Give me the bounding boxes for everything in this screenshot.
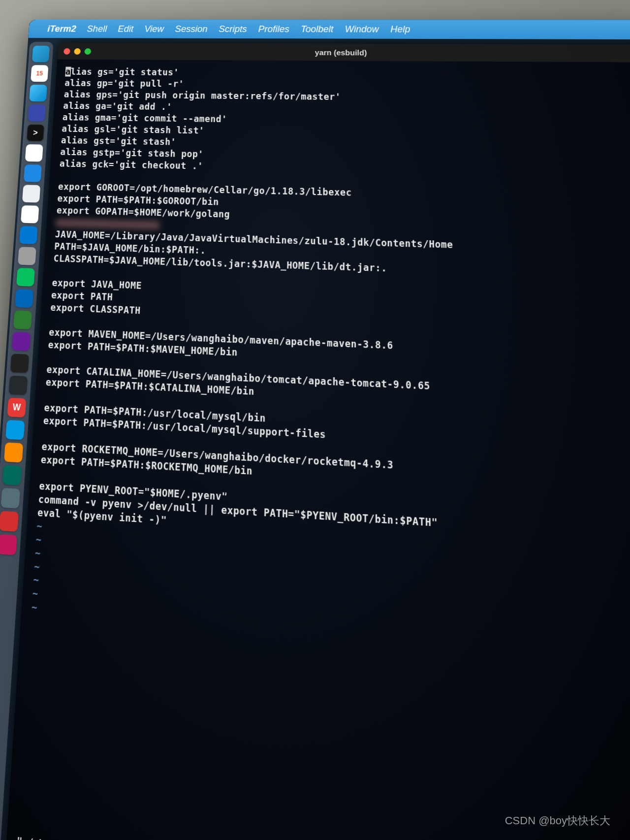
menubar-view[interactable]: View (144, 24, 164, 34)
menubar-edit[interactable]: Edit (118, 24, 134, 34)
app-icon[interactable] (4, 442, 23, 462)
wechat-icon[interactable] (16, 268, 35, 287)
notes-icon[interactable] (13, 310, 32, 329)
safari-icon[interactable] (25, 144, 43, 162)
app-icon[interactable] (0, 511, 19, 532)
menubar-window[interactable]: Window (345, 24, 379, 34)
app-icon[interactable] (22, 185, 40, 202)
desktop-area: 15>W yarn (esbuild) alias gs='git status… (0, 38, 630, 840)
watermark: CSDN @boy快快长大 (505, 813, 610, 828)
menubar-shell[interactable]: Shell (87, 24, 107, 34)
app-icon[interactable] (12, 332, 31, 351)
weather-icon[interactable] (29, 85, 47, 101)
menubar-app-name[interactable]: iTerm2 (47, 24, 77, 34)
traffic-lights (63, 48, 91, 54)
terminal-window: yarn (esbuild) alias gs='git status' ali… (5, 43, 630, 840)
minimize-icon[interactable] (74, 48, 81, 54)
macos-menubar: iTerm2 Shell Edit View Session Scripts P… (28, 20, 630, 39)
app-icon[interactable] (2, 465, 22, 485)
terminal-titlebar[interactable]: yarn (esbuild) (57, 43, 630, 63)
chrome-icon[interactable] (21, 205, 39, 224)
close-icon[interactable] (63, 48, 70, 54)
menubar-toolbelt[interactable]: Toolbelt (301, 24, 334, 34)
menubar-scripts[interactable]: Scripts (219, 24, 247, 34)
zoom-icon[interactable] (84, 48, 91, 55)
calendar-icon[interactable]: 15 (31, 65, 48, 82)
settings-icon[interactable] (18, 247, 36, 265)
mail-icon[interactable] (24, 164, 42, 182)
laptop-screen: iTerm2 Shell Edit View Session Scripts P… (0, 20, 630, 840)
menubar-session[interactable]: Session (175, 24, 208, 34)
wps-icon[interactable]: W (7, 398, 26, 418)
menubar-profiles[interactable]: Profiles (258, 24, 289, 34)
iterm-icon[interactable]: > (27, 124, 45, 141)
finder-icon[interactable] (32, 46, 50, 63)
menubar-help[interactable]: Help (390, 24, 410, 34)
map-icon[interactable] (5, 420, 25, 440)
edge-icon[interactable] (19, 226, 38, 244)
window-title: yarn (esbuild) (315, 48, 367, 57)
github-icon[interactable] (9, 376, 28, 395)
app-icon[interactable] (0, 488, 20, 509)
app-icon[interactable] (0, 534, 17, 555)
app-icon[interactable] (10, 354, 30, 373)
terminal-content[interactable]: alias gs='git status' alias gp='git pull… (7, 60, 630, 840)
vscode-icon[interactable] (15, 289, 33, 308)
app-icon[interactable] (28, 104, 46, 122)
